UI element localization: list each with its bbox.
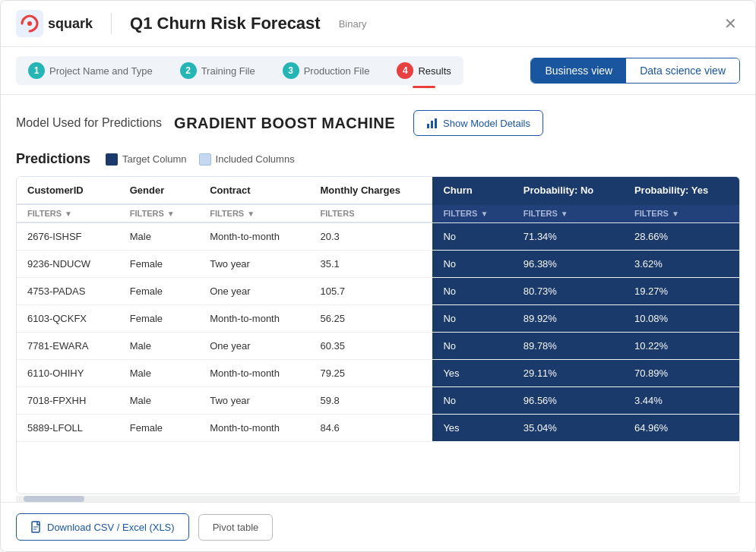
cell-charges: 59.8 <box>309 387 432 415</box>
download-csv-button[interactable]: Download CSV / Excel (XLS) <box>16 513 189 541</box>
filter-arrow-7: ▼ <box>672 210 679 218</box>
filter-label-6: FILTERS <box>524 209 558 218</box>
view-toggle: Business view Data science view <box>530 58 740 84</box>
filter-arrow-6: ▼ <box>561 210 568 218</box>
filter-label-4: FILTERS <box>320 209 354 218</box>
filter-label-1: FILTERS <box>27 209 62 218</box>
show-details-label: Show Model Details <box>443 118 530 129</box>
filter-customerid[interactable]: FILTERS▼ <box>17 204 119 222</box>
col-header-churn: Churn <box>432 177 512 204</box>
predictions-header: Predictions Target Column Included Colum… <box>16 151 740 167</box>
download-label: Download CSV / Excel (XLS) <box>47 522 175 533</box>
filter-contract[interactable]: FILTERS▼ <box>199 204 309 222</box>
close-button[interactable]: ✕ <box>721 11 740 36</box>
target-column-legend-box <box>106 153 118 166</box>
cell-prob-yes: 64.96% <box>624 415 739 442</box>
cell-prob-no: 29.11% <box>513 360 624 387</box>
col-header-gender: Gender <box>119 177 199 204</box>
filter-prob-no[interactable]: FILTERS▼ <box>513 204 624 222</box>
included-columns-legend-box <box>199 153 211 166</box>
cell-gender: Male <box>119 387 199 415</box>
step-2[interactable]: 2 Training File <box>174 59 261 82</box>
step-2-label: Training File <box>201 65 255 77</box>
table-row: 4753-PADAS Female One year 105.7 No 80.7… <box>17 278 739 305</box>
filter-monthly-charges[interactable]: FILTERS <box>309 204 432 222</box>
cell-charges: 60.35 <box>309 333 432 360</box>
cell-prob-yes: 19.27% <box>624 278 739 305</box>
table-wrapper[interactable]: CustomerID Gender Contract Monthly Charg… <box>16 176 740 494</box>
stepper-bar: 1 Project Name and Type 2 Training File … <box>1 47 755 95</box>
svg-rect-2 <box>427 124 429 128</box>
cell-contract: One year <box>199 278 309 305</box>
included-columns-legend-label: Included Columns <box>216 153 295 165</box>
cell-churn: No <box>432 387 512 415</box>
cell-customer-id: 7781-EWARA <box>17 333 119 360</box>
col-header-prob-no: Probability: No <box>513 177 624 204</box>
pivot-table-button[interactable]: Pivot table <box>198 514 274 541</box>
filter-prob-yes[interactable]: FILTERS▼ <box>624 204 739 222</box>
cell-contract: Month-to-month <box>199 360 309 387</box>
step-4[interactable]: 4 Results <box>391 59 457 82</box>
filter-label-5: FILTERS <box>443 209 477 218</box>
cell-prob-no: 71.34% <box>513 222 624 251</box>
logo-text: squark <box>48 16 93 32</box>
step-3[interactable]: 3 Production File <box>277 59 376 82</box>
filter-label-2: FILTERS <box>130 209 164 218</box>
filter-gender[interactable]: FILTERS▼ <box>119 204 199 222</box>
cell-charges: 105.7 <box>309 278 432 305</box>
cell-customer-id: 2676-ISHSF <box>17 222 119 251</box>
filter-arrow-1: ▼ <box>65 210 72 218</box>
steps: 1 Project Name and Type 2 Training File … <box>16 56 463 85</box>
business-view-button[interactable]: Business view <box>531 58 626 83</box>
col-header-customerid: CustomerID <box>17 177 119 204</box>
filter-label-7: FILTERS <box>634 209 669 218</box>
squark-logo-icon <box>16 10 43 37</box>
model-name: GRADIENT BOOST MACHINE <box>174 115 395 132</box>
cell-customer-id: 5889-LFOLL <box>17 415 119 442</box>
cell-prob-yes: 3.44% <box>624 387 739 415</box>
table-body: 2676-ISHSF Male Month-to-month 20.3 No 7… <box>17 222 739 442</box>
cell-gender: Female <box>119 305 199 333</box>
cell-charges: 79.25 <box>309 360 432 387</box>
filter-churn[interactable]: FILTERS▼ <box>432 204 512 222</box>
cell-prob-no: 89.92% <box>513 305 624 333</box>
cell-contract: Month-to-month <box>199 222 309 251</box>
cell-prob-yes: 10.08% <box>624 305 739 333</box>
table-header-row: CustomerID Gender Contract Monthly Charg… <box>17 177 739 204</box>
cell-gender: Male <box>119 222 199 251</box>
cell-prob-yes: 3.62% <box>624 251 739 278</box>
cell-churn: Yes <box>432 360 512 387</box>
data-science-view-button[interactable]: Data science view <box>626 58 739 83</box>
filter-arrow-5: ▼ <box>480 210 488 218</box>
step-4-num: 4 <box>397 62 413 79</box>
svg-rect-4 <box>435 118 437 128</box>
model-section: Model Used for Predictions GRADIENT BOOS… <box>16 110 740 136</box>
table-row: 7781-EWARA Male One year 60.35 No 89.78%… <box>17 333 739 360</box>
svg-point-1 <box>27 21 32 26</box>
table-row: 6110-OHIHY Male Month-to-month 79.25 Yes… <box>17 360 739 387</box>
header: squark Q1 Churn Risk Forecast Binary ✕ <box>1 1 755 47</box>
table-row: 9236-NDUCW Female Two year 35.1 No 96.38… <box>17 251 739 278</box>
cell-churn: No <box>432 333 512 360</box>
cell-contract: Two year <box>199 251 309 278</box>
step-1[interactable]: 1 Project Name and Type <box>22 59 159 82</box>
cell-prob-yes: 70.89% <box>624 360 739 387</box>
cell-churn: No <box>432 251 512 278</box>
filter-arrow-2: ▼ <box>167 210 175 218</box>
horizontal-scrollbar[interactable] <box>16 496 740 502</box>
scrollbar-thumb <box>24 496 84 502</box>
cell-contract: Month-to-month <box>199 415 309 442</box>
app-container: squark Q1 Churn Risk Forecast Binary ✕ 1… <box>0 0 756 552</box>
predictions-title: Predictions <box>16 151 90 167</box>
logo: squark <box>16 10 93 37</box>
step-4-label: Results <box>418 65 451 77</box>
target-column-legend-label: Target Column <box>122 153 187 165</box>
cell-prob-yes: 10.22% <box>624 333 739 360</box>
cell-customer-id: 6110-OHIHY <box>17 360 119 387</box>
predictions-table: CustomerID Gender Contract Monthly Charg… <box>17 177 739 442</box>
cell-gender: Female <box>119 415 199 442</box>
cell-gender: Male <box>119 333 199 360</box>
show-model-details-button[interactable]: Show Model Details <box>413 110 543 136</box>
cell-gender: Female <box>119 251 199 278</box>
cell-prob-no: 89.78% <box>513 333 624 360</box>
